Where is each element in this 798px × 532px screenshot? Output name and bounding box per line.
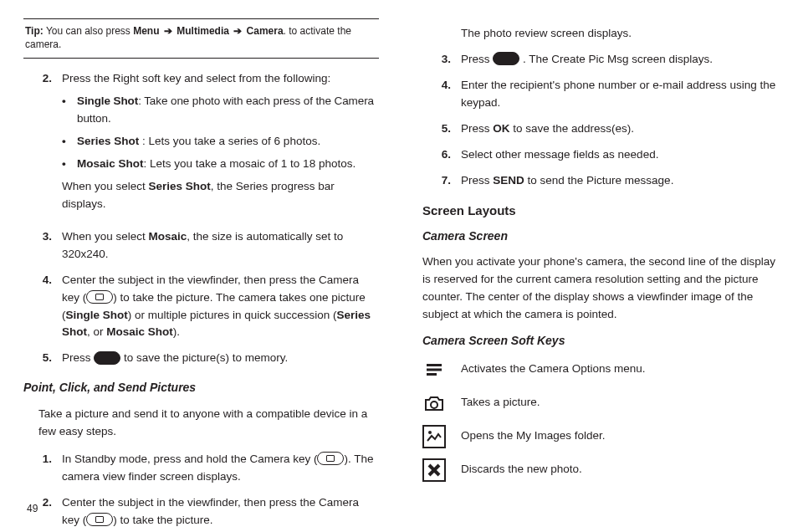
pcs-step-2-cont: The photo review screen displays. (422, 25, 778, 43)
heading-screen-layouts: Screen Layouts (422, 201, 778, 220)
pcs-step-3: 3. Press . The Create Pic Msg screen dis… (422, 51, 778, 69)
step-number: 1. (23, 451, 62, 486)
svg-rect-2 (427, 373, 437, 376)
step-2: 2. Press the Right soft key and select f… (23, 70, 379, 219)
softkey-label: Takes a picture. (461, 394, 540, 412)
arrow-icon: ➔ (231, 25, 245, 37)
step-number: 3. (23, 228, 62, 263)
step-number: 2. (23, 70, 62, 219)
step-number: 4. (422, 77, 461, 112)
softkey-label: Discards the new photo. (461, 461, 582, 478)
images-folder-icon (422, 426, 446, 448)
softkey-my-images: Opens the My Images folder. (422, 426, 778, 448)
pcs-step-6: 6. Select other message fields as needed… (422, 146, 778, 164)
tip-label: Tip: (25, 25, 43, 37)
pcs-intro: Take a picture and send it to anyone wit… (23, 406, 379, 441)
step-lead: Press the Right soft key and select from… (62, 70, 379, 88)
manual-page: Tip: You can also press Menu ➔ Multimedi… (0, 0, 798, 532)
heading-soft-keys: Camera Screen Soft Keys (422, 332, 778, 350)
svg-rect-0 (427, 364, 442, 366)
soft-key-table: Activates the Camera Options menu. Takes… (422, 359, 778, 481)
heading-camera-screen: Camera Screen (422, 228, 778, 246)
step-4: 4. Center the subject in the viewfinder,… (23, 272, 379, 342)
soft-key-icon (493, 52, 519, 65)
discard-x-icon (422, 459, 446, 481)
softkey-take-picture: Takes a picture. (422, 392, 778, 414)
softkey-discard: Discards the new photo. (422, 459, 778, 481)
softkey-options: Activates the Camera Options menu. (422, 359, 778, 381)
pcs-step-2: 2. Center the subject in the viewfinder,… (23, 494, 379, 529)
softkey-label: Opens the My Images folder. (461, 427, 606, 445)
bullet-single-shot: •Single Shot: Take one photo with each p… (62, 93, 379, 128)
svg-point-4 (428, 431, 432, 434)
options-menu-icon (422, 359, 446, 381)
step-5: 5. Press to save the picture(s) to memor… (23, 350, 379, 367)
camera-key-icon (86, 290, 113, 304)
pcs-step-4: 4. Enter the recipient's phone number or… (422, 77, 778, 112)
camera-screen-para: When you activate your phone's camera, t… (422, 253, 778, 324)
arrow-icon: ➔ (161, 25, 176, 37)
tip-text-a: You can also press (43, 25, 133, 37)
right-procedure: The photo review screen displays. 3. Pre… (422, 25, 778, 189)
left-column: Tip: You can also press Menu ➔ Multimedi… (0, 0, 399, 532)
step-number: 7. (422, 172, 461, 190)
tip-multimedia: Multimedia (176, 25, 229, 37)
step-number: 6. (422, 146, 461, 164)
heading-point-click-send: Point, Click, and Send Pictures (23, 379, 379, 397)
tip-box: Tip: You can also press Menu ➔ Multimedi… (23, 18, 379, 59)
bullet-mosaic-shot: •Mosaic Shot: Lets you take a mosaic of … (62, 156, 379, 173)
step-number: 5. (23, 350, 62, 367)
bullet-series-shot: •Series Shot : Lets you take a series of… (62, 133, 379, 151)
camera-key-icon (86, 513, 113, 526)
photo-review-note: The photo review screen displays. (461, 25, 778, 43)
step-number: 3. (422, 51, 461, 69)
pcs-list: 1. In Standby mode, press and hold the C… (23, 451, 379, 529)
tip-menu: Menu (133, 25, 159, 37)
pcs-step-1: 1. In Standby mode, press and hold the C… (23, 451, 379, 486)
softkey-label: Activates the Camera Options menu. (461, 361, 646, 378)
svg-point-3 (431, 402, 437, 408)
tip-camera: Camera (247, 25, 284, 37)
step-number: 5. (422, 120, 461, 138)
right-column: The photo review screen displays. 3. Pre… (399, 0, 798, 532)
step-number: 4. (23, 272, 62, 342)
procedure-list: 2. Press the Right soft key and select f… (23, 70, 379, 367)
camera-key-icon (317, 452, 344, 465)
pcs-step-5: 5. Press OK to save the address(es). (422, 120, 778, 138)
pcs-step-7: 7. Press SEND to send the Picture messag… (422, 172, 778, 190)
svg-rect-1 (427, 368, 442, 371)
soft-key-icon (94, 351, 120, 365)
series-note: When you select Series Shot, the Series … (62, 178, 379, 213)
page-number: 49 (27, 501, 38, 517)
step-3: 3. When you select Mosaic, the size is a… (23, 228, 379, 263)
camera-icon (422, 392, 446, 414)
